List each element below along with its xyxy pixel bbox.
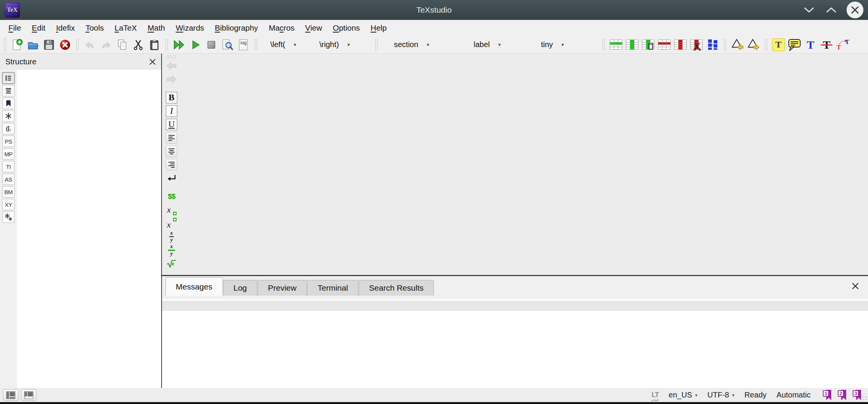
tab-terminal[interactable]: Terminal xyxy=(307,280,358,296)
messages-list[interactable] xyxy=(162,311,868,388)
paste-table-column-button[interactable] xyxy=(640,37,656,52)
menu-tools[interactable]: Tools xyxy=(80,23,109,33)
sidebar-tab-favorites[interactable] xyxy=(2,211,15,223)
stop-button[interactable] xyxy=(203,37,219,52)
delta-next-button[interactable] xyxy=(745,37,762,52)
delta-previous-button[interactable] xyxy=(729,37,745,52)
toggle-sidebar-button[interactable] xyxy=(3,389,18,401)
log-file-button[interactable]: log xyxy=(235,37,252,52)
save-button[interactable] xyxy=(41,37,57,52)
minimize-button[interactable] xyxy=(802,3,816,17)
compile-button[interactable] xyxy=(187,37,203,52)
tab-search-results[interactable]: Search Results xyxy=(359,280,434,296)
strikethrough-button[interactable]: T xyxy=(819,37,835,52)
sidebar-tab-xymatrix[interactable]: XY xyxy=(2,199,15,210)
menu-edit[interactable]: Edit xyxy=(26,23,51,33)
menu-file[interactable]: File xyxy=(3,23,26,33)
open-button[interactable] xyxy=(25,37,41,52)
asterisk-cluster-icon xyxy=(4,213,13,221)
sidebar-tab-asymptote[interactable]: AS xyxy=(2,173,15,185)
menu-wizards[interactable]: Wizards xyxy=(170,23,209,33)
languagetool-indicator[interactable]: LT xyxy=(652,391,659,399)
build-and-view-button[interactable] xyxy=(171,37,187,52)
bookmark-1-number: 1 xyxy=(823,390,829,397)
cut-table-column-button[interactable] xyxy=(688,37,705,52)
menu-idefix[interactable]: Idefix xyxy=(51,23,80,33)
remove-table-column-button[interactable] xyxy=(672,37,688,52)
close-document-button[interactable] xyxy=(57,37,73,52)
menu-options[interactable]: Options xyxy=(327,23,365,33)
bold-button[interactable]: B xyxy=(164,92,179,103)
sqrt-button[interactable]: x xyxy=(164,258,179,269)
sidebar-tab-pstricks[interactable]: PS xyxy=(2,136,15,147)
tab-preview[interactable]: Preview xyxy=(258,280,307,296)
bookmark-3-button[interactable]: 3 xyxy=(853,390,861,400)
font-size-combobox[interactable]: tiny ▾ xyxy=(538,40,599,49)
fraction-button[interactable]: x y xyxy=(164,231,179,242)
line-endings-label[interactable]: Automatic xyxy=(776,391,811,399)
structure-close-button[interactable] xyxy=(149,59,156,65)
redo-button[interactable] xyxy=(98,37,114,52)
menu-help[interactable]: Help xyxy=(365,23,392,33)
tab-messages[interactable]: Messages xyxy=(165,277,223,296)
view-log-button[interactable] xyxy=(219,37,235,52)
cut-button[interactable] xyxy=(130,37,146,52)
align-center-button[interactable] xyxy=(164,146,179,157)
left-delimiter-combobox[interactable]: \left( ▾ xyxy=(267,40,316,49)
sidebar-tab-document[interactable] xyxy=(2,85,15,97)
paste-button[interactable] xyxy=(146,37,162,52)
menu-bibliography[interactable]: Bibliography xyxy=(209,23,263,33)
resize-grip[interactable] xyxy=(862,396,867,401)
references-combobox[interactable]: label ▾ xyxy=(471,40,527,49)
editor-area[interactable] xyxy=(181,54,868,275)
new-document-button[interactable] xyxy=(9,37,25,52)
subscript-button[interactable]: x xyxy=(164,204,179,216)
bookmark-1-button[interactable]: 1 xyxy=(823,390,831,400)
structure-tree-view[interactable] xyxy=(17,70,161,388)
sidebar-tab-symbols[interactable] xyxy=(2,110,15,122)
forward-button[interactable] xyxy=(164,74,179,85)
sectioning-combobox[interactable]: section ▾ xyxy=(391,40,463,49)
superscript-button[interactable]: x xyxy=(164,218,179,229)
remove-table-row-button[interactable] xyxy=(656,37,672,52)
sidebar-tab-metapost[interactable]: MP xyxy=(2,148,15,160)
undo-button[interactable] xyxy=(82,37,98,52)
underline-button[interactable]: U xyxy=(164,119,179,130)
newline-button[interactable] xyxy=(164,172,179,184)
toggle-bottom-panel-button[interactable] xyxy=(21,389,36,401)
sidebar-tab-brackets[interactable]: ([. xyxy=(2,123,15,134)
align-table-columns-button[interactable] xyxy=(705,37,721,52)
language-select[interactable]: en_US ▾ xyxy=(669,391,697,399)
menu-math[interactable]: Math xyxy=(142,23,170,33)
encoding-select[interactable]: UTF-8 ▾ xyxy=(708,391,735,399)
align-right-button[interactable] xyxy=(164,159,179,170)
back-button[interactable] xyxy=(164,60,179,72)
menu-macros[interactable]: Macros xyxy=(263,23,300,33)
display-fraction-button[interactable]: x y xyxy=(164,244,179,256)
replace-text-button[interactable]: T T xyxy=(835,37,851,52)
math-toolbar-drag-handle[interactable] xyxy=(167,56,176,58)
align-left-button[interactable] xyxy=(164,132,179,144)
maximize-button[interactable] xyxy=(824,3,838,17)
sidebar-tab-structure[interactable] xyxy=(2,72,15,84)
comment-button[interactable] xyxy=(786,37,803,52)
toolbar-drag-handle[interactable] xyxy=(4,38,7,52)
structure-panel-title: Structure xyxy=(5,57,36,66)
menu-latex[interactable]: LaTeX xyxy=(109,23,142,33)
copy-button[interactable] xyxy=(114,37,130,52)
highlight-button[interactable]: T xyxy=(770,37,786,52)
right-delimiter-combobox[interactable]: \right) ▾ xyxy=(316,40,372,49)
add-table-column-button[interactable] xyxy=(624,37,640,52)
add-table-row-button[interactable] xyxy=(608,37,624,52)
bookmark-2-button[interactable]: 2 xyxy=(838,390,846,400)
bottom-panel-close-button[interactable] xyxy=(850,280,861,292)
text-color-button[interactable]: T xyxy=(803,37,819,52)
menu-view[interactable]: View xyxy=(300,23,327,33)
italic-button[interactable]: I xyxy=(164,105,179,117)
inline-math-button[interactable]: $$ xyxy=(164,191,179,202)
sidebar-tab-tikz[interactable]: TI xyxy=(2,161,15,172)
close-button[interactable] xyxy=(847,2,863,18)
tab-log[interactable]: Log xyxy=(223,280,257,296)
sidebar-tab-beamer[interactable]: BM xyxy=(2,186,15,198)
sidebar-tab-bookmarks[interactable] xyxy=(2,98,15,109)
